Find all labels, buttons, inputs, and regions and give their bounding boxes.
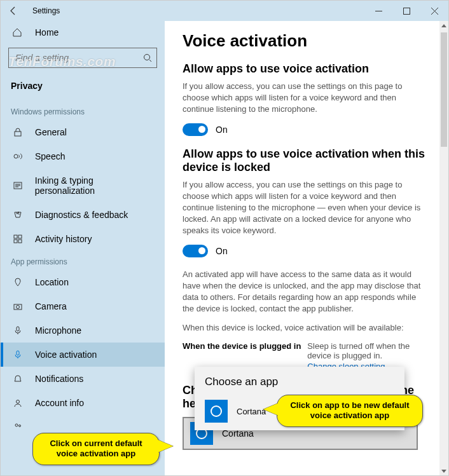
speech-icon	[12, 152, 24, 161]
sidebar-home[interactable]: Home	[1, 21, 165, 44]
svg-rect-0	[403, 8, 410, 14]
history-icon	[12, 235, 24, 243]
sidebar-item-speech[interactable]: Speech	[1, 144, 165, 168]
svg-rect-6	[18, 235, 22, 238]
diagnostics-icon	[12, 210, 24, 219]
sidebar-item-general[interactable]: General	[1, 120, 165, 144]
sidebar-item-inking[interactable]: Inking & typing personalization	[1, 168, 165, 203]
sidebar-item-microphone[interactable]: Microphone	[1, 318, 165, 343]
search-icon	[139, 53, 156, 62]
cortana-tile-icon	[205, 400, 228, 423]
nav-label: Camera	[35, 301, 67, 311]
nav-label: Inking & typing personalization	[35, 175, 155, 196]
svg-rect-5	[14, 235, 17, 238]
search-box[interactable]	[8, 48, 157, 68]
toggle-locked-activation[interactable]	[183, 245, 208, 257]
sidebar: Home TenForums.com Privacy Windows permi…	[1, 21, 165, 475]
scroll-thumb[interactable]	[441, 32, 447, 147]
home-label: Home	[35, 27, 59, 37]
scroll-up-arrow[interactable]	[439, 21, 448, 30]
nav-label: Notifications	[35, 374, 83, 384]
nav-label: Diagnostics & feedback	[35, 210, 128, 220]
titlebar: Settings	[1, 1, 448, 21]
sidebar-item-activity[interactable]: Activity history	[1, 227, 165, 251]
contacts-icon	[12, 422, 24, 431]
sidebar-item-account[interactable]: Account info	[1, 391, 165, 415]
search-input[interactable]	[9, 53, 139, 63]
section-2-note: An activated app will have access to the…	[183, 269, 424, 315]
svg-rect-7	[14, 240, 17, 243]
svg-point-14	[15, 424, 18, 426]
group-windows-permissions: Windows permissions	[1, 101, 165, 120]
popup-item-name: Cortana	[237, 407, 266, 416]
svg-point-3	[14, 154, 18, 158]
nav-label: Microphone	[35, 325, 81, 336]
microphone-icon	[12, 326, 24, 335]
page-title: Voice activation	[183, 31, 431, 51]
sidebar-item-diagnostics[interactable]: Diagnostics & feedback	[1, 203, 165, 227]
back-button[interactable]	[1, 1, 26, 21]
camera-icon	[12, 302, 24, 311]
svg-rect-2	[15, 132, 21, 136]
svg-rect-8	[18, 240, 22, 243]
popup-title: Choose an app	[205, 376, 394, 388]
group-app-permissions: App permissions	[1, 251, 165, 270]
inking-icon	[12, 181, 24, 190]
nav-label: Speech	[35, 151, 65, 161]
section-2-avail: When this device is locked, voice activa…	[183, 322, 424, 334]
section-2-title: Allow apps to use voice activation when …	[183, 147, 431, 174]
nav-label: General	[35, 127, 67, 137]
svg-point-1	[144, 55, 150, 60]
nav-label: Voice activation	[35, 350, 97, 360]
maximize-button[interactable]	[392, 1, 420, 21]
toggle-voice-activation[interactable]	[183, 123, 208, 136]
callout-text: Click on app to be new default voice act…	[290, 400, 409, 420]
sidebar-item-location[interactable]: Location	[1, 270, 165, 294]
callout-current-app: Click on current default voice activatio…	[32, 433, 160, 465]
callout-new-app: Click on app to be new default voice act…	[277, 395, 423, 427]
close-button[interactable]	[420, 1, 448, 21]
svg-point-15	[19, 425, 21, 427]
section-2-desc: If you allow access, you can use the set…	[183, 179, 424, 237]
section-1-title: Allow apps to use voice activation	[183, 62, 431, 76]
svg-rect-12	[17, 351, 19, 355]
toggle-label: On	[216, 246, 228, 256]
account-icon	[12, 398, 24, 407]
nav-label: Activity history	[35, 234, 92, 244]
home-icon	[12, 27, 24, 37]
voice-icon	[12, 350, 24, 359]
location-icon	[12, 278, 24, 287]
sidebar-item-notifications[interactable]: Notifications	[1, 367, 165, 391]
sidebar-item-voice-activation[interactable]: Voice activation	[1, 343, 165, 367]
nav-label: Location	[35, 277, 69, 287]
category-privacy: Privacy	[1, 76, 165, 101]
svg-point-10	[17, 306, 20, 309]
scroll-down-arrow[interactable]	[439, 466, 448, 475]
plugged-desc: Sleep is turned off when the device is p…	[307, 341, 410, 360]
window-title: Settings	[32, 6, 364, 15]
svg-point-17	[211, 406, 221, 416]
svg-rect-11	[17, 327, 19, 331]
callout-text: Click on current default voice activatio…	[50, 439, 142, 458]
toggle-label: On	[216, 125, 228, 135]
lock-icon	[12, 128, 24, 137]
section-1-desc: If you allow access, you can use the set…	[183, 81, 424, 116]
scrollbar[interactable]	[439, 21, 448, 475]
nav-label: Account info	[35, 398, 84, 408]
minimize-button[interactable]	[364, 1, 392, 21]
svg-point-13	[17, 400, 20, 404]
bell-icon	[12, 374, 24, 383]
sidebar-item-camera[interactable]: Camera	[1, 294, 165, 318]
